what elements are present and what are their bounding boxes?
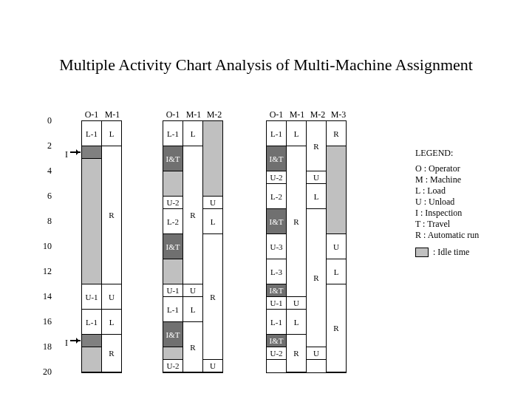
bar: U [183, 284, 202, 297]
legend-item: R : Automatic run [415, 230, 479, 241]
bar: I&T [267, 209, 286, 234]
column-O-1: L-1 I&T U-2 L-2 I&T U-1 L-1 I&T U-2 [163, 120, 183, 373]
tick: 0 [47, 115, 52, 126]
group-header: O-1 M-1 [81, 109, 123, 120]
bar: L-2 [267, 184, 286, 209]
bar: I&T [267, 146, 286, 171]
col-header: M-2 [204, 109, 225, 120]
bar: I&T [267, 284, 286, 297]
bar: L [102, 121, 121, 146]
bar: U [203, 197, 222, 209]
bar: L [327, 259, 346, 284]
bar: L-1 [163, 121, 183, 146]
bar: L [287, 310, 306, 335]
bar: L-1 [82, 310, 101, 335]
bar: U-3 [267, 234, 286, 259]
arrow-icon [70, 151, 81, 153]
bar: L-1 [163, 297, 183, 322]
tick: 4 [47, 166, 52, 177]
bar: U [203, 360, 222, 372]
col-header: M-1 [183, 109, 204, 120]
bar [163, 259, 183, 284]
bar: R [203, 234, 222, 360]
bar: L-2 [163, 209, 183, 234]
bar: L-1 [82, 121, 101, 146]
legend-item: I : Inspection [415, 208, 479, 219]
bar: U-2 [267, 347, 286, 360]
bar: R [327, 284, 346, 372]
bar [82, 146, 101, 159]
group-header: O-1 M-1 M-2 [163, 109, 225, 120]
bar [82, 335, 101, 347]
column-M-1: L R U L R [286, 120, 306, 373]
col-header: O-1 [81, 109, 102, 120]
column-O-1: L-1 I&T U-2 L-2 I&T U-3 L-3 I&T U-1 L-1 … [266, 120, 286, 373]
bar: L [287, 121, 306, 146]
legend-title: LEGEND: [415, 148, 479, 159]
bar [82, 159, 101, 284]
column-O-1: L-1 U-1 L-1 [81, 120, 101, 373]
tick: 10 [43, 241, 52, 252]
bar: U-1 [82, 284, 101, 310]
bar: U [307, 171, 326, 184]
page-title: Multiple Activity Chart Analysis of Mult… [0, 55, 532, 75]
bar: U [287, 297, 306, 310]
column-M-2: R U L R U [306, 120, 326, 373]
bar: L [183, 297, 202, 322]
bar: U-1 [267, 297, 286, 310]
bar: L [183, 121, 202, 146]
legend-item: U : Unload [415, 197, 479, 208]
bar: R [327, 121, 346, 146]
bar: R [183, 322, 202, 372]
bar: I&T [163, 146, 183, 171]
column-M-1: L R U L R [183, 120, 202, 373]
bar [163, 347, 183, 360]
bar: I&T [163, 322, 183, 347]
legend-item: T : Travel [415, 219, 479, 230]
bar: U-2 [163, 360, 183, 372]
col-header: O-1 [266, 109, 287, 120]
bar: L-3 [267, 259, 286, 284]
bar: L [203, 209, 222, 234]
bar: L [102, 310, 121, 335]
bar: R [183, 146, 202, 284]
swatch-icon [415, 248, 429, 257]
bar: U [307, 347, 326, 360]
tick: 8 [47, 216, 52, 227]
tick: 6 [47, 191, 52, 202]
column-M-1: L R U L R [101, 120, 122, 373]
bar: U [327, 234, 346, 259]
col-header: O-1 [163, 109, 183, 120]
inspection-label: I [65, 338, 68, 349]
bar: I&T [267, 335, 286, 347]
legend-item-idle: : Idle time [415, 247, 479, 258]
inspection-label: I [65, 149, 68, 160]
column-M-3: R U L R [326, 120, 347, 373]
tick: 20 [43, 366, 52, 378]
bar: L-1 [267, 121, 286, 146]
tick: 16 [43, 316, 52, 327]
bar: U-2 [267, 171, 286, 184]
bar: U-2 [163, 197, 183, 209]
tick: 12 [43, 266, 52, 277]
col-header: M-1 [102, 109, 123, 120]
col-header: M-3 [328, 109, 349, 120]
bar: R [102, 146, 121, 284]
bar [82, 347, 101, 372]
column-M-2: U L R U [202, 120, 223, 373]
bar [203, 121, 222, 197]
legend: LEGEND: O : Operator M : Machine L : Loa… [415, 148, 479, 258]
bar: R [307, 209, 326, 347]
bar: R [287, 335, 306, 372]
tick: 2 [47, 140, 52, 151]
arrow-icon [70, 340, 81, 341]
legend-label: : Idle time [433, 247, 469, 258]
bar: I&T [163, 234, 183, 259]
legend-item: M : Machine [415, 174, 479, 185]
bar: R [102, 335, 121, 372]
bar: U [102, 284, 121, 310]
bar: R [287, 146, 306, 297]
bar [163, 171, 183, 197]
col-header: M-2 [307, 109, 328, 120]
bar [327, 146, 346, 234]
